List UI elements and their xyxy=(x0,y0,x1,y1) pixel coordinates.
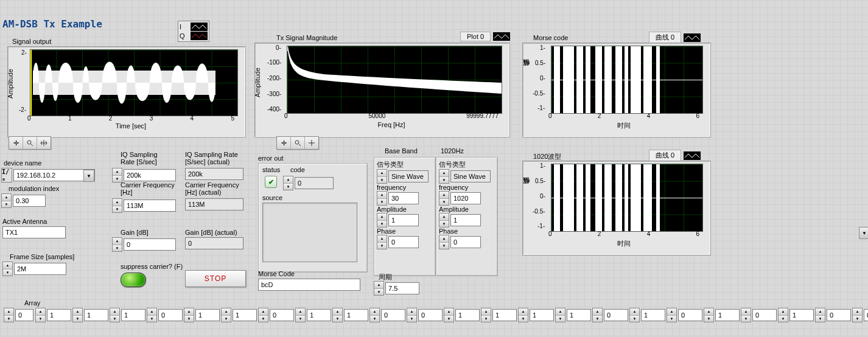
array-cell-stepper[interactable]: ▲▼ xyxy=(667,308,677,322)
graph-palette-1[interactable]: ✛ xyxy=(9,136,51,150)
array-cell-input[interactable] xyxy=(270,309,294,321)
array-cell-input[interactable] xyxy=(344,309,368,321)
array-cell-stepper[interactable]: ▲▼ xyxy=(110,308,120,322)
array-cell-input[interactable] xyxy=(827,309,851,321)
chart-signal-output[interactable]: Amplitude 2- -2- 012345 Time [sec] xyxy=(7,46,246,137)
pan-icon[interactable] xyxy=(305,137,318,149)
array-cell-stepper[interactable]: ▲▼ xyxy=(629,308,640,322)
mod-index-input[interactable] xyxy=(13,195,46,207)
array-cell-input[interactable] xyxy=(418,309,443,321)
array-cell-input[interactable] xyxy=(195,309,220,321)
legend-plot0-swatch[interactable] xyxy=(493,32,510,41)
array-cell-input[interactable] xyxy=(641,309,665,321)
carrier-input[interactable] xyxy=(124,200,176,212)
1020-freq-stepper[interactable]: ▲▼ xyxy=(439,191,449,206)
legend-1020-swatch[interactable] xyxy=(684,151,701,160)
period-input[interactable] xyxy=(385,282,419,294)
array-cell-stepper[interactable]: ▲▼ xyxy=(72,308,83,322)
legend-morse[interactable]: 曲线 0 xyxy=(649,32,701,43)
morse-code-input[interactable] xyxy=(258,279,360,291)
array-cell-input[interactable] xyxy=(47,309,71,321)
bb-phase-stepper[interactable]: ▲▼ xyxy=(377,235,387,249)
1020-phase-input[interactable] xyxy=(450,236,481,248)
array-cell-stepper[interactable]: ▲▼ xyxy=(369,308,380,322)
bb-amp-stepper[interactable]: ▲▼ xyxy=(377,213,387,228)
array-cell-input[interactable] xyxy=(567,309,591,321)
suppress-carrier-toggle[interactable] xyxy=(121,273,146,287)
array-cell-stepper[interactable]: ▲▼ xyxy=(481,308,491,322)
array-cell-input[interactable] xyxy=(492,309,517,321)
mod-index-stepper[interactable]: ▲▼ xyxy=(1,193,12,208)
chevron-down-icon[interactable]: ▼ xyxy=(859,227,868,239)
legend-plot0[interactable]: Plot 0 xyxy=(460,32,510,41)
array-cell-stepper[interactable]: ▲▼ xyxy=(778,308,788,322)
device-name-input[interactable] xyxy=(13,169,95,181)
array-cell-stepper[interactable]: ▲▼ xyxy=(258,308,268,322)
pan-icon[interactable] xyxy=(37,137,51,149)
1020-freq-input[interactable] xyxy=(450,192,481,204)
array-cell-stepper[interactable]: ▲▼ xyxy=(35,308,46,322)
zoom-icon[interactable] xyxy=(291,137,305,149)
active-antenna-input[interactable] xyxy=(2,226,66,238)
chart-tx-magnitude[interactable]: Amplitude 0- -100- -200- -300- -400- 050… xyxy=(254,43,510,137)
gain-stepper[interactable]: ▲▼ xyxy=(112,237,122,252)
array-cell-input[interactable] xyxy=(233,309,257,321)
zoom-icon[interactable] xyxy=(23,137,37,149)
1020-sigtype[interactable]: Sine Wave xyxy=(450,170,491,182)
array-cell-input[interactable] xyxy=(381,309,405,321)
legend-1020[interactable]: 曲线 0 xyxy=(649,150,701,161)
crosshair-icon[interactable]: ✛ xyxy=(9,137,23,149)
period-stepper[interactable]: ▲▼ xyxy=(374,281,384,296)
array-cell-input[interactable] xyxy=(307,309,331,321)
array-cell-stepper[interactable]: ▲▼ xyxy=(592,308,603,322)
legend-i-swatch[interactable] xyxy=(191,23,208,31)
array-cell-stepper[interactable]: ▲▼ xyxy=(815,308,825,322)
array-cell-stepper[interactable]: ▲▼ xyxy=(741,308,751,322)
crosshair-icon[interactable]: ✛ xyxy=(277,137,291,149)
chart-1020[interactable]: 幅值 1- 0.5- 0- -0.5- -1- 0246 时间 xyxy=(522,161,711,255)
bb-sigtype-stepper[interactable]: ▲▼ xyxy=(377,169,387,184)
array-cell-stepper[interactable]: ▲▼ xyxy=(184,308,194,322)
array-cell-stepper[interactable]: ▲▼ xyxy=(221,308,231,322)
array-cell-stepper[interactable]: ▲▼ xyxy=(852,308,863,322)
array-cell-input[interactable] xyxy=(455,309,480,321)
1020-amp-stepper[interactable]: ▲▼ xyxy=(439,213,449,228)
io-resource-icon[interactable]: I/₀ xyxy=(1,168,12,182)
frame-size-input[interactable] xyxy=(14,263,66,275)
array-cell-input[interactable] xyxy=(715,309,740,321)
array-cell-stepper[interactable]: ▲▼ xyxy=(295,308,306,322)
carrier-stepper[interactable]: ▲▼ xyxy=(112,198,122,213)
array-cell-input[interactable] xyxy=(604,309,628,321)
array-cell-input[interactable] xyxy=(678,309,702,321)
iq-rate-input[interactable] xyxy=(124,169,176,181)
array-cell-input[interactable] xyxy=(752,309,777,321)
array-index-stepper[interactable]: ▲▼ xyxy=(4,308,14,322)
array-cell-input[interactable] xyxy=(84,309,108,321)
code-stepper[interactable]: ▲▼ xyxy=(283,176,293,190)
legend-q-swatch[interactable] xyxy=(191,32,208,40)
array-cell-input[interactable] xyxy=(530,309,554,321)
array-index-input[interactable] xyxy=(15,309,33,321)
array-cell-input[interactable] xyxy=(864,309,868,321)
gain-input[interactable] xyxy=(124,238,176,251)
chevron-down-icon[interactable]: ▼ xyxy=(83,170,94,182)
frame-size-stepper[interactable]: ▲▼ xyxy=(2,262,13,276)
array-cell-stepper[interactable]: ▲▼ xyxy=(555,308,565,322)
array-cell-input[interactable] xyxy=(121,309,145,321)
1020-phase-stepper[interactable]: ▲▼ xyxy=(439,235,449,249)
array-cell-stepper[interactable]: ▲▼ xyxy=(444,308,454,322)
array-cell-input[interactable] xyxy=(789,309,814,321)
array-cell-stepper[interactable]: ▲▼ xyxy=(704,308,714,322)
array-cell-stepper[interactable]: ▲▼ xyxy=(407,308,417,322)
array-cell-input[interactable] xyxy=(158,309,183,321)
bb-sigtype[interactable]: Sine Wave xyxy=(388,170,429,182)
array-cell-stepper[interactable]: ▲▼ xyxy=(518,308,528,322)
1020-amp-input[interactable] xyxy=(450,214,481,226)
chart-morse[interactable]: 幅值 1- 0.5- 0- -0.5- -1- 0246 时间 xyxy=(522,43,711,137)
graph-palette-2[interactable]: ✛ xyxy=(276,136,319,150)
bb-freq-input[interactable] xyxy=(388,192,419,204)
array-cell-stepper[interactable]: ▲▼ xyxy=(332,308,343,322)
iq-rate-stepper[interactable]: ▲▼ xyxy=(112,168,122,182)
bb-amp-input[interactable] xyxy=(388,214,419,226)
1020-sigtype-stepper[interactable]: ▲▼ xyxy=(439,169,449,184)
